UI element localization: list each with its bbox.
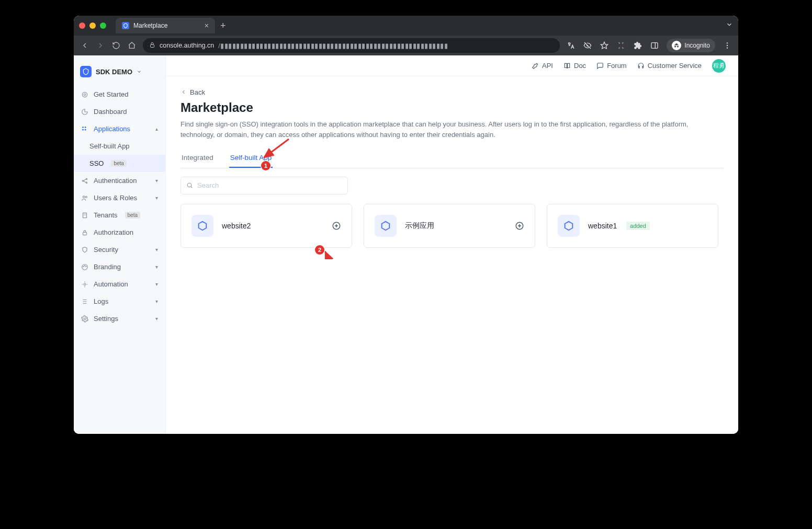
svg-point-11 — [82, 129, 84, 130]
sidebar-item-authorization[interactable]: Authorization — [74, 224, 165, 241]
sidebar-item-dashboard[interactable]: Dashboard — [74, 103, 165, 120]
translate-icon[interactable] — [566, 41, 576, 50]
svg-point-6 — [727, 47, 728, 48]
maximize-window-button[interactable] — [100, 22, 106, 29]
avatar-text: 程勇 — [713, 62, 725, 70]
topbar-api-link[interactable]: API — [532, 62, 553, 70]
chevron-down-icon: ▾ — [155, 264, 158, 270]
panel-icon[interactable] — [650, 41, 659, 50]
pie-chart-icon — [81, 108, 88, 116]
sidebar-item-automation[interactable]: Automation ▾ — [74, 275, 165, 293]
sidebar-item-authentication[interactable]: Authentication ▾ — [74, 172, 165, 189]
tabs-overflow-button[interactable] — [726, 21, 733, 30]
sidebar-item-label: Self-built App — [89, 142, 130, 150]
sidebar-item-self-built-app[interactable]: Self-built App — [74, 137, 165, 155]
shield-icon — [81, 246, 88, 254]
lock-icon — [149, 42, 155, 50]
app-name: 示例应用 — [405, 221, 434, 231]
list-icon — [81, 298, 88, 305]
target-icon — [81, 91, 88, 98]
svg-point-25 — [84, 318, 86, 320]
sidebar-item-applications[interactable]: Applications ▴ — [74, 120, 165, 137]
svg-point-10 — [85, 126, 86, 128]
page-title: Marketplace — [181, 100, 724, 115]
bookmark-star-icon[interactable] — [600, 41, 609, 50]
automation-icon — [81, 281, 88, 288]
sidebar-item-users-roles[interactable]: Users & Roles ▾ — [74, 189, 165, 206]
incognito-indicator[interactable]: Incognito — [667, 39, 715, 52]
add-app-button[interactable] — [332, 221, 341, 231]
close-window-button[interactable] — [79, 22, 85, 29]
svg-point-12 — [85, 129, 86, 130]
beta-badge: beta — [111, 160, 126, 167]
svg-point-21 — [83, 266, 84, 267]
sidebar-item-sso[interactable]: SSO beta — [74, 155, 165, 172]
topbar-forum-link[interactable]: Forum — [596, 62, 627, 70]
sidebar-item-label: Logs — [94, 297, 108, 305]
arrow-left-icon — [181, 89, 187, 95]
svg-point-5 — [727, 45, 728, 46]
tab-integrated[interactable]: Integrated — [181, 150, 215, 168]
svg-point-26 — [187, 183, 191, 187]
svg-point-4 — [727, 42, 728, 43]
sidebar-item-label: Applications — [94, 125, 130, 133]
app-name: website2 — [222, 222, 251, 230]
chevron-down-icon — [137, 68, 142, 76]
topbar-label: API — [542, 62, 553, 70]
sidebar-item-branding[interactable]: Branding ▾ — [74, 258, 165, 275]
chevron-up-icon: ▴ — [155, 126, 158, 132]
sidebar-item-label: Security — [94, 246, 118, 254]
sidebar-item-label: SSO — [89, 159, 104, 167]
tab-label: Integrated — [182, 154, 213, 162]
annotation-arrow — [260, 136, 291, 162]
workspace-switcher[interactable]: SDK DEMO — [74, 61, 165, 86]
svg-point-24 — [84, 283, 86, 285]
svg-point-7 — [82, 92, 87, 97]
topbar-label: Customer Service — [648, 62, 702, 70]
reload-button[interactable] — [111, 41, 121, 50]
sidebar-item-security[interactable]: Security ▾ — [74, 241, 165, 258]
topbar-customer-service-link[interactable]: Customer Service — [637, 62, 702, 70]
workspace-icon — [80, 66, 92, 77]
search-box[interactable] — [181, 177, 348, 194]
sidebar-item-tenants[interactable]: Tenants beta — [74, 206, 165, 224]
qrcode-icon[interactable] — [616, 41, 626, 50]
add-app-button[interactable] — [515, 221, 524, 231]
browser-tab-bar: Marketplace × + — [74, 16, 738, 36]
close-tab-button[interactable]: × — [205, 21, 209, 30]
eye-off-icon[interactable] — [583, 41, 592, 50]
gear-icon — [81, 315, 88, 323]
new-tab-button[interactable]: + — [220, 20, 226, 31]
user-avatar[interactable]: 程勇 — [712, 59, 726, 73]
svg-rect-2 — [651, 43, 658, 49]
share-icon — [81, 177, 88, 185]
app-card[interactable]: website2 — [181, 204, 352, 248]
sidebar-item-settings[interactable]: Settings ▾ — [74, 310, 165, 327]
chat-icon — [596, 62, 604, 70]
svg-marker-1 — [601, 42, 608, 49]
app-icon — [375, 215, 397, 237]
svg-point-9 — [82, 126, 84, 128]
sidebar-item-logs[interactable]: Logs ▾ — [74, 293, 165, 310]
chevron-down-icon: ▾ — [155, 247, 158, 252]
extensions-icon[interactable] — [633, 41, 642, 50]
back-button[interactable] — [80, 41, 89, 50]
browser-menu-button[interactable] — [723, 41, 732, 50]
topbar-doc-link[interactable]: Doc — [563, 62, 586, 70]
app-card[interactable]: 示例应用 — [364, 204, 535, 248]
tab-favicon — [122, 22, 129, 29]
url-field[interactable]: console.authing.cn/▮▮▮▮▮▮▮▮▮▮▮▮▮▮▮▮▮▮▮▮▮… — [143, 38, 560, 53]
svg-line-27 — [191, 187, 192, 188]
home-button[interactable] — [127, 41, 137, 50]
back-link[interactable]: Back — [181, 88, 205, 96]
window-controls — [79, 22, 106, 29]
sidebar-item-get-started[interactable]: Get Started — [74, 86, 165, 103]
forward-button[interactable] — [96, 41, 105, 50]
svg-point-17 — [85, 196, 87, 198]
sidebar-item-label: Settings — [94, 315, 118, 323]
svg-point-15 — [86, 182, 87, 183]
app-card[interactable]: website1 added — [547, 204, 718, 248]
minimize-window-button[interactable] — [89, 22, 96, 29]
search-input[interactable] — [197, 181, 342, 189]
browser-tab[interactable]: Marketplace × — [116, 18, 215, 33]
